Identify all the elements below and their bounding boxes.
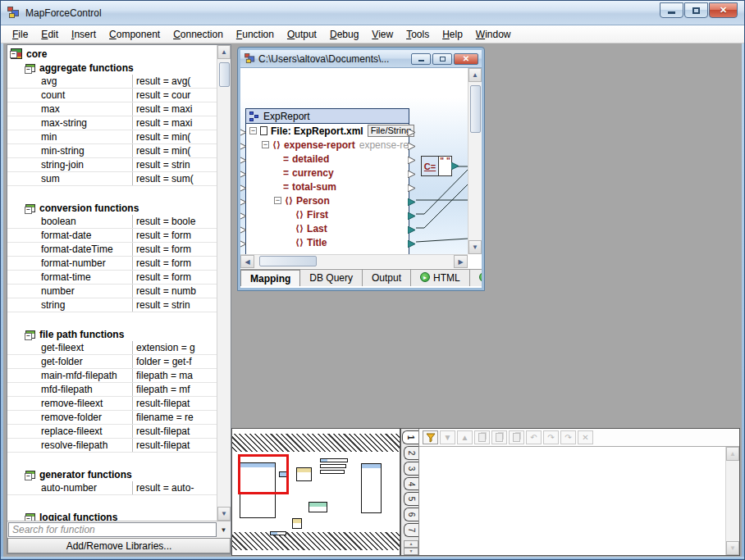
component-row[interactable]: ⟨⟩First (246, 207, 409, 221)
function-row[interactable]: mfd-filepathfilepath = mf (7, 383, 217, 397)
menu-file[interactable]: File (6, 26, 34, 43)
menu-tools[interactable]: Tools (400, 26, 436, 43)
child-minimize-button[interactable] (411, 53, 431, 65)
menu-debug[interactable]: Debug (323, 26, 365, 43)
function-row[interactable]: resolve-filepathresult-filepat (7, 439, 217, 453)
library-group-header[interactable]: file path functions (7, 327, 217, 341)
chevron-down-icon[interactable]: ▼ (217, 521, 231, 538)
tab-scroll-down-icon[interactable]: ▾ (404, 548, 418, 555)
close-button[interactable]: ✕ (709, 2, 738, 18)
input-connector[interactable] (240, 127, 247, 139)
function-row[interactable]: main-mfd-filepathfilepath = ma (7, 369, 217, 383)
scroll-up-icon[interactable]: ▲ (217, 45, 231, 59)
function-row[interactable]: string-joinresult = strin (7, 158, 217, 172)
output-connector[interactable] (408, 141, 416, 153)
function-row[interactable]: format-dateTimeresult = form (7, 243, 217, 257)
collapse-icon[interactable]: − (262, 141, 269, 148)
messages-tab-4[interactable]: 4 (404, 477, 418, 491)
menu-component[interactable]: Component (103, 26, 167, 43)
scrollbar-thumb[interactable] (259, 256, 317, 266)
copy-message-children-button[interactable] (491, 430, 507, 444)
scroll-down-icon[interactable]: ▼ (468, 240, 482, 254)
input-connector[interactable] (240, 141, 247, 153)
messages-tab-7[interactable]: 7 (404, 523, 418, 537)
viewport-rectangle[interactable] (238, 454, 289, 494)
scroll-down-icon[interactable]: ▼ (217, 507, 231, 521)
add-remove-libraries-button[interactable]: Add/Remove Libraries... (7, 538, 231, 553)
goto-previous-button[interactable]: ↶ (526, 430, 542, 444)
messages-tab-1[interactable]: 1 (402, 430, 418, 444)
child-titlebar[interactable]: C:\Users\altova\Documents\... ✕ (240, 50, 482, 68)
input-connector[interactable] (240, 169, 247, 180)
menu-window[interactable]: Window (469, 26, 518, 43)
menu-connection[interactable]: Connection (167, 26, 230, 43)
messages-tab-5[interactable]: 5 (404, 492, 418, 506)
input-connector[interactable] (240, 225, 247, 236)
component-row[interactable]: −File: ExpReport.xmlFile/String (246, 124, 409, 138)
maximize-button[interactable] (684, 2, 708, 18)
goto-next-button[interactable]: ↷ (543, 430, 559, 444)
filter-button[interactable] (423, 430, 438, 444)
menu-view[interactable]: View (365, 26, 400, 43)
function-row[interactable]: booleanresult = boole (7, 215, 217, 229)
mapping-horizontal-scrollbar[interactable]: ◀ ▶ (240, 254, 468, 268)
function-row[interactable]: max-stringresult = maxi (7, 116, 217, 130)
library-group-header[interactable]: generator functions (7, 467, 217, 481)
library-group-header[interactable]: logical functions (7, 510, 217, 521)
input-connector[interactable] (240, 211, 247, 222)
menu-insert[interactable]: Insert (65, 26, 103, 43)
copy-message-button[interactable] (474, 430, 490, 444)
input-connector[interactable] (240, 239, 247, 250)
library-scrollbar[interactable]: ▲ ▼ (217, 45, 231, 521)
child-maximize-button[interactable] (432, 53, 452, 65)
function-row[interactable]: remove-fileextresult-filepat (7, 397, 217, 411)
child-close-button[interactable]: ✕ (454, 53, 478, 65)
library-group-header[interactable]: aggregate functions (7, 61, 217, 75)
function-row[interactable]: min-stringresult = min( (7, 144, 217, 158)
component-row[interactable]: =currency (246, 166, 409, 180)
output-connector[interactable] (408, 211, 416, 222)
library-group-header[interactable]: conversion functions (7, 201, 217, 215)
constant-output-connector[interactable] (451, 162, 459, 170)
menu-output[interactable]: Output (281, 26, 323, 43)
messages-tab-3[interactable]: 3 (404, 462, 418, 476)
input-connector[interactable] (240, 183, 247, 194)
output-connector[interactable] (408, 239, 416, 250)
component-row[interactable]: ⟨⟩Title (246, 235, 409, 249)
output-connector[interactable] (408, 155, 416, 166)
component-header[interactable]: ExpReport (246, 109, 409, 124)
scroll-up-icon[interactable]: ▲ (726, 447, 739, 461)
scrollbar-thumb[interactable] (219, 62, 230, 87)
output-connector[interactable] (408, 225, 416, 236)
function-row[interactable]: replace-fileextresult-filepat (7, 425, 217, 439)
component-row[interactable]: =total-sum (246, 180, 409, 193)
function-row[interactable]: avgresult = avg( (7, 75, 217, 89)
function-row[interactable]: get-fileextextension = g (7, 341, 217, 355)
component-row[interactable]: =detailed (246, 152, 409, 166)
constant-component[interactable]: C= " " (421, 156, 452, 176)
menu-edit[interactable]: Edit (34, 26, 65, 43)
function-row[interactable]: auto-numberresult = auto- (7, 481, 217, 495)
mapping-canvas[interactable]: ExpReport −File: ExpReport.xmlFile/Strin… (240, 68, 468, 254)
component-row[interactable]: −⟨⟩Person (246, 193, 409, 207)
tab-html[interactable]: ▸HTML (411, 270, 470, 286)
function-row[interactable]: format-dateresult = form (7, 229, 217, 243)
scroll-up-icon[interactable]: ▲ (468, 68, 482, 82)
messages-scrollbar[interactable]: ▲ ▼ (725, 447, 739, 555)
input-connector[interactable] (240, 197, 247, 208)
scroll-right-icon[interactable]: ▶ (454, 255, 468, 268)
output-connector[interactable] (408, 197, 416, 208)
function-row[interactable]: maxresult = maxi (7, 102, 217, 116)
tab-output[interactable]: Output (363, 270, 411, 286)
tab-db-query[interactable]: DB Query (300, 270, 363, 286)
overview-pane[interactable] (231, 428, 400, 556)
component-row[interactable]: −⟨⟩expense-reportexpense-repo (246, 138, 409, 152)
scroll-down-icon[interactable]: ▼ (726, 541, 739, 555)
messages-tab-6[interactable]: 6 (404, 508, 418, 521)
collapse-icon[interactable]: − (274, 197, 281, 204)
component-row[interactable]: ⟨⟩Last (246, 221, 409, 235)
function-row[interactable]: minresult = min( (7, 130, 217, 144)
function-row[interactable]: numberresult = numb (7, 285, 217, 298)
function-row[interactable]: sumresult = sum( (7, 172, 217, 186)
minimize-button[interactable] (660, 2, 683, 18)
